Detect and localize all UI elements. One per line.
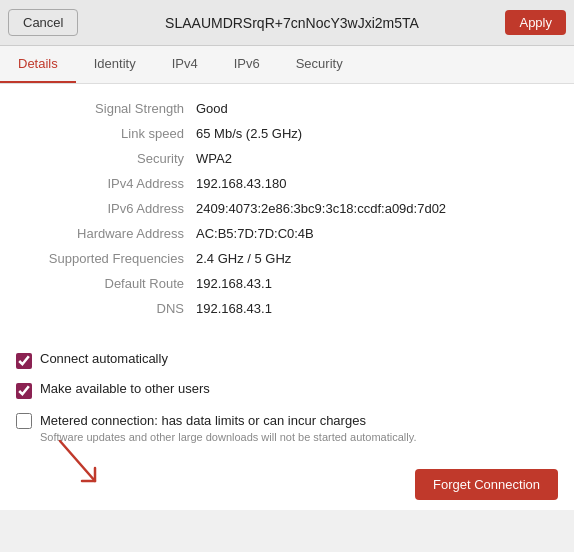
value-ipv4-address: 192.168.43.180 [196,176,286,191]
value-dns: 192.168.43.1 [196,301,272,316]
footer: Forget Connection [0,459,574,510]
cancel-button[interactable]: Cancel [8,9,78,36]
table-row: Supported Frequencies 2.4 GHz / 5 GHz [16,246,558,271]
tab-ipv4[interactable]: IPv4 [154,46,216,83]
value-default-route: 192.168.43.1 [196,276,272,291]
value-ipv6-address: 2409:4073:2e86:3bc9:3c18:ccdf:a09d:7d02 [196,201,446,216]
metered-checkbox[interactable] [16,413,32,429]
apply-button[interactable]: Apply [505,10,566,35]
value-security: WPA2 [196,151,232,166]
table-row: Signal Strength Good [16,96,558,121]
table-row: Default Route 192.168.43.1 [16,271,558,296]
auto-connect-checkbox[interactable] [16,353,32,369]
table-row: DNS 192.168.43.1 [16,296,558,321]
metered-label: Metered connection: has data limits or c… [40,413,366,428]
label-ipv6-address: IPv6 Address [16,201,196,216]
table-row: Link speed 65 Mb/s (2.5 GHz) [16,121,558,146]
tabs-bar: Details Identity IPv4 IPv6 Security [0,46,574,84]
tab-details[interactable]: Details [0,46,76,83]
checkbox-available-users-row: Make available to other users [16,381,558,399]
available-users-checkbox[interactable] [16,383,32,399]
table-row: Hardware Address AC:B5:7D:7D:C0:4B [16,221,558,246]
table-row: IPv4 Address 192.168.43.180 [16,171,558,196]
checkbox-auto-connect-row: Connect automatically [16,351,558,369]
value-link-speed: 65 Mb/s (2.5 GHz) [196,126,302,141]
table-row: Security WPA2 [16,146,558,171]
tab-ipv6[interactable]: IPv6 [216,46,278,83]
forget-connection-button[interactable]: Forget Connection [415,469,558,500]
details-content: Signal Strength Good Link speed 65 Mb/s … [0,84,574,347]
value-hardware-address: AC:B5:7D:7D:C0:4B [196,226,314,241]
value-frequencies: 2.4 GHz / 5 GHz [196,251,291,266]
tab-identity[interactable]: Identity [76,46,154,83]
value-signal-strength: Good [196,101,228,116]
label-default-route: Default Route [16,276,196,291]
arrow-icon [30,436,110,496]
label-link-speed: Link speed [16,126,196,141]
available-users-label: Make available to other users [40,381,210,396]
label-frequencies: Supported Frequencies [16,251,196,266]
label-dns: DNS [16,301,196,316]
label-security: Security [16,151,196,166]
tab-security[interactable]: Security [278,46,361,83]
table-row: IPv6 Address 2409:4073:2e86:3bc9:3c18:cc… [16,196,558,221]
svg-line-0 [60,441,95,481]
header-title: SLAAUMDRSrqR+7cnNocY3wJxi2m5TA [78,15,505,31]
info-table: Signal Strength Good Link speed 65 Mb/s … [16,96,558,321]
header: Cancel SLAAUMDRSrqR+7cnNocY3wJxi2m5TA Ap… [0,0,574,46]
label-ipv4-address: IPv4 Address [16,176,196,191]
label-signal-strength: Signal Strength [16,101,196,116]
auto-connect-label: Connect automatically [40,351,168,366]
arrow-annotation [30,436,110,500]
label-hardware-address: Hardware Address [16,226,196,241]
